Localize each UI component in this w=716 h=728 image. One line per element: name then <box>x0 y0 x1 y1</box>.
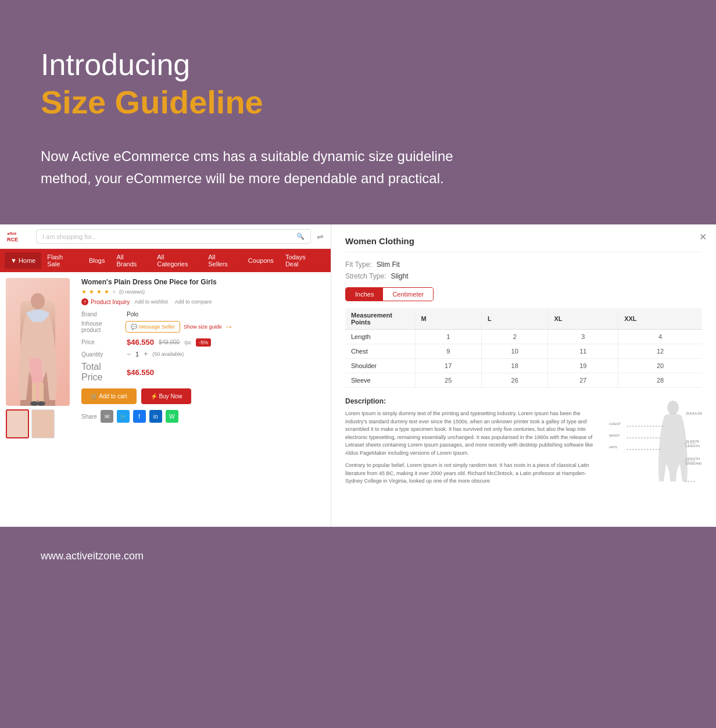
total-label: Total Price <box>81 362 122 383</box>
quantity-controls: − 1 + <box>127 350 148 358</box>
share-row: Share ✉ 🐦 f in W <box>81 410 325 423</box>
nav-blogs[interactable]: Blogs <box>83 252 111 269</box>
svg-point-0 <box>31 293 45 309</box>
fit-type-label: Fit Type: <box>345 260 372 269</box>
svg-rect-1 <box>32 383 37 403</box>
product-page-panel: ●tive RCE I am shopping for... 🔍 ⇌ ▼ Hom… <box>0 224 331 527</box>
nav-coupons[interactable]: Coupons <box>242 252 280 269</box>
svg-text:LENGTH: LENGTH <box>686 457 700 461</box>
size-xl: 27 <box>548 373 618 388</box>
product-thumbnails <box>6 409 76 438</box>
thumbnail-2[interactable] <box>31 409 55 438</box>
size-xxl: 4 <box>618 330 702 344</box>
nav-home-label: Home <box>19 257 35 264</box>
hero-introducing: Introducing <box>41 47 675 83</box>
size-m: 25 <box>415 373 481 388</box>
hero-description: Now Active eCommerce cms has a suitable … <box>41 145 494 190</box>
table-row: Chest 9 10 11 12 <box>345 344 702 359</box>
arrow-right-icon: → <box>224 322 234 332</box>
star-2: ★ <box>89 288 94 295</box>
modal-close-button[interactable]: ✕ <box>699 231 707 242</box>
message-seller-button[interactable]: 💬 Message Seller <box>126 321 180 333</box>
wishlist-link[interactable]: Add to wishlist <box>134 299 168 305</box>
size-xxl: 12 <box>618 344 702 359</box>
product-inquiry[interactable]: ? Product Inquiry <box>81 298 130 305</box>
stretch-type-label: Stretch Type: <box>345 272 386 280</box>
product-images <box>6 278 76 438</box>
search-placeholder: I am shopping for... <box>42 233 294 240</box>
buy-now-label: Buy Now <box>159 393 182 399</box>
size-l: 2 <box>481 330 547 344</box>
size-l: 10 <box>481 344 547 359</box>
modal-bottom-section: Description: Lorem Ipsum is simply dummy… <box>345 397 702 493</box>
body-diagram-svg: CHEST WAIST HIPS SHOULDERS SLEEVE LENGTH… <box>609 397 702 490</box>
navbar: ●tive RCE I am shopping for... 🔍 ⇌ <box>0 224 331 249</box>
share-email-button[interactable]: ✉ <box>101 410 113 423</box>
hero-title: Size Guideline <box>41 83 675 122</box>
nav-logo: ●tive RCE <box>7 230 30 243</box>
tab-centimeter[interactable]: Centimeter <box>383 288 433 301</box>
col-xl: XL <box>548 308 618 330</box>
size-table: Measurement Points M L XL XXL Length 1 2… <box>345 308 702 388</box>
show-size-label: Show size guide <box>184 324 222 330</box>
nav-icons: ⇌ <box>317 232 324 241</box>
share-facebook-button[interactable]: f <box>133 410 146 423</box>
thumbnail-1[interactable] <box>6 409 29 438</box>
nav-todays-deal[interactable]: Todays Deal <box>280 249 326 272</box>
nav-all-sellers[interactable]: All Sellers <box>202 249 242 272</box>
col-l: L <box>481 308 547 330</box>
price-row: Price $46.550 $49.000 /pc -5% <box>81 338 325 347</box>
body-diagram: CHEST WAIST HIPS SHOULDERS SLEEVE LENGTH… <box>609 397 702 493</box>
filter-icon[interactable]: ⇌ <box>317 232 324 241</box>
review-count: (0 reviews) <box>119 289 145 295</box>
col-m: M <box>415 308 481 330</box>
product-main-image <box>6 278 70 406</box>
size-xl: 11 <box>548 344 618 359</box>
chevron-down-icon: ▼ <box>10 257 17 264</box>
chat-icon: 💬 <box>131 324 137 330</box>
inhouse-label: Inhouse product <box>81 320 122 333</box>
svg-text:WAIST: WAIST <box>609 434 620 437</box>
qty-increment[interactable]: + <box>144 350 148 358</box>
nav-flash-sale[interactable]: Flash Sale <box>41 249 83 272</box>
wishlist-compare: Add to wishlist Add to compare <box>134 299 212 305</box>
size-xl: 3 <box>548 330 618 344</box>
size-guide-modal: ✕ Women Clothing Fit Type: Slim Fit Stre… <box>331 224 716 527</box>
share-linkedin-button[interactable]: in <box>149 410 162 423</box>
compare-link[interactable]: Add to compare <box>175 299 212 305</box>
qty-available: (50 available) <box>152 351 184 357</box>
svg-text:LENGTH: LENGTH <box>686 444 700 448</box>
tab-inches[interactable]: Inches <box>346 288 383 301</box>
action-buttons: 🛒 Add to cart ⚡ Buy Now <box>81 388 325 404</box>
fit-type-value: Slim Fit <box>377 260 400 269</box>
size-xl: 19 <box>548 359 618 373</box>
price-per: /pc <box>184 340 191 345</box>
brand-row: Brand Polo <box>81 311 325 317</box>
description-text-2: Contrary to popular belief, Lorem Ipsum … <box>345 462 600 486</box>
modal-title: Women Clothing <box>345 236 702 252</box>
qty-decrement[interactable]: − <box>127 350 131 358</box>
size-xxl: 28 <box>618 373 702 388</box>
show-size-guide-link[interactable]: Show size guide → <box>184 322 234 332</box>
svg-point-4 <box>37 401 45 406</box>
measurement-point: Shoulder <box>345 359 415 373</box>
description-text-1: Lorem Ipsum is simply dummy text of the … <box>345 410 600 457</box>
measurement-point: Chest <box>345 344 415 359</box>
product-name: Women's Plain Dress One Piece for Girls <box>81 278 325 286</box>
star-4: ★ <box>104 288 109 295</box>
inquiry-icon: ? <box>81 298 88 305</box>
share-whatsapp-button[interactable]: W <box>166 410 178 423</box>
search-bar[interactable]: I am shopping for... 🔍 <box>36 229 311 244</box>
share-twitter-button[interactable]: 🐦 <box>117 410 130 423</box>
buy-now-button[interactable]: ⚡ Buy Now <box>141 388 192 404</box>
share-label: Share <box>81 413 97 420</box>
svg-point-3 <box>30 401 38 406</box>
add-to-cart-button[interactable]: 🛒 Add to cart <box>81 388 137 404</box>
search-icon[interactable]: 🔍 <box>296 233 305 240</box>
nav-all-categories[interactable]: All Categories <box>151 249 202 272</box>
brand-label: Brand <box>81 311 122 317</box>
nav-home[interactable]: ▼ Home <box>5 252 41 269</box>
size-m: 17 <box>415 359 481 373</box>
nav-all-brands[interactable]: All Brands <box>110 249 151 272</box>
fit-type-row: Fit Type: Slim Fit <box>345 260 702 269</box>
